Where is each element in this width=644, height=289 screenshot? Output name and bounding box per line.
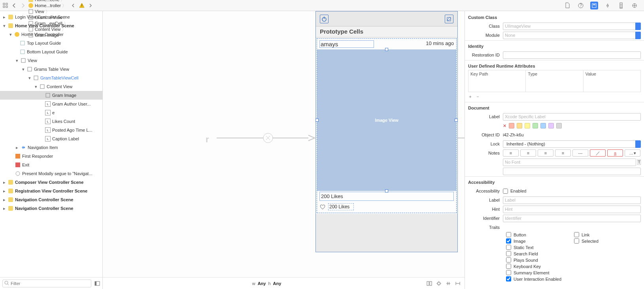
acc-label-input[interactable] xyxy=(503,196,641,204)
search-icon xyxy=(4,281,9,285)
swatch[interactable] xyxy=(517,123,522,128)
trait-static-text[interactable]: Static Text xyxy=(506,245,573,250)
first-responder[interactable]: First Responder xyxy=(0,152,102,161)
crumb-prev-icon[interactable] xyxy=(69,2,77,9)
posted-ago-label[interactable]: LPosted Ago Time L... xyxy=(0,126,102,134)
doc-icon[interactable] xyxy=(563,2,571,9)
warning-icon[interactable] xyxy=(78,2,86,9)
swatch[interactable] xyxy=(509,123,514,128)
svg-point-24 xyxy=(15,32,19,37)
storyboard-canvas[interactable]: r Prototype Cells amays 10 mins ago Imag… xyxy=(103,11,465,289)
swatch[interactable] xyxy=(540,123,546,128)
notes-input[interactable] xyxy=(503,168,641,175)
home-view-controller[interactable]: ▾Home View Controller xyxy=(0,30,102,39)
align-icon[interactable] xyxy=(427,281,432,286)
trait-selected[interactable]: Selected xyxy=(574,238,641,244)
trait-search-field[interactable]: Search Field xyxy=(506,251,573,256)
svg-rect-14 xyxy=(81,6,82,7)
segue-arrow-left xyxy=(217,132,316,144)
help-icon[interactable]: ? xyxy=(577,2,585,9)
doc-label-input[interactable] xyxy=(503,113,641,121)
object-id-value: i42-Zh-k6u xyxy=(503,132,524,137)
resolve-icon[interactable] xyxy=(446,281,451,286)
trait-keyboard-key[interactable]: Keyboard Key xyxy=(506,264,573,269)
power-icon[interactable] xyxy=(320,15,329,23)
present-modally-segue[interactable]: Present Modally segue to "Navigat... xyxy=(0,169,102,178)
pin-icon[interactable] xyxy=(436,281,442,286)
view[interactable]: ▾View xyxy=(0,56,102,65)
traits-grid: Button Link Image Selected Static Text S… xyxy=(468,232,641,281)
connections-inspector-icon[interactable] xyxy=(631,2,638,9)
attributes-inspector-icon[interactable] xyxy=(604,2,612,9)
svg-rect-1 xyxy=(3,6,5,8)
size-inspector-icon[interactable] xyxy=(617,2,625,9)
compose-icon[interactable] xyxy=(445,15,453,23)
swatch[interactable] xyxy=(556,123,562,128)
restoration-id-input[interactable] xyxy=(503,51,641,59)
navigation-item[interactable]: ▸Navigation Item xyxy=(0,143,102,152)
crumb-5[interactable]: Home...troller〉 xyxy=(28,3,68,9)
likes-label-1[interactable]: 200 Likes xyxy=(319,192,454,201)
swatch[interactable] xyxy=(533,123,538,128)
top-layout-guide[interactable]: Top Layout Guide xyxy=(0,39,102,47)
color-swatches[interactable]: ✕ xyxy=(503,123,562,128)
trait-summary-element[interactable]: Summary Element xyxy=(506,270,573,275)
identity-inspector-icon[interactable] xyxy=(590,2,598,9)
remove-attribute-button[interactable]: － xyxy=(476,94,480,100)
font-input[interactable] xyxy=(503,159,636,166)
svg-rect-28 xyxy=(28,67,32,71)
swatch[interactable] xyxy=(548,123,554,128)
resize-icon[interactable] xyxy=(455,281,461,286)
gram-table-view-cell[interactable]: ▾GramTableViewCell xyxy=(0,74,102,82)
e-label[interactable]: Le xyxy=(0,108,102,117)
clear-color-icon[interactable]: ✕ xyxy=(503,123,506,128)
trait-user-interaction[interactable]: User Interaction Enabled xyxy=(506,276,573,281)
author-label[interactable]: amays xyxy=(319,40,374,48)
trait-plays-sound[interactable]: Plays Sound xyxy=(506,257,573,263)
outline-filter-input[interactable] xyxy=(2,280,91,287)
gram-image-view[interactable]: Image View xyxy=(317,49,456,191)
svg-rect-50 xyxy=(427,281,429,285)
custom-class-header: Custom Class xyxy=(468,13,641,21)
accessibility-enabled-checkbox[interactable]: Enabled xyxy=(503,189,526,194)
likes-count-label[interactable]: LLikes Count xyxy=(0,117,102,126)
class-input[interactable] xyxy=(503,23,641,30)
scene-nav1[interactable]: ▸Navigation Controller Scene xyxy=(0,195,102,204)
trait-link[interactable]: Link xyxy=(574,232,641,237)
device-preview[interactable]: Prototype Cells amays 10 mins ago Image … xyxy=(315,11,458,252)
related-items-icon[interactable] xyxy=(2,2,9,9)
scene-composer[interactable]: ▸Composer View Controller Scene xyxy=(0,178,102,187)
back-icon[interactable] xyxy=(10,2,18,9)
acc-hint-input[interactable] xyxy=(503,206,641,213)
module-input[interactable] xyxy=(503,32,641,39)
acc-identifier-input[interactable] xyxy=(503,215,641,222)
font-picker-icon[interactable]: T xyxy=(637,159,641,165)
trait-button[interactable]: Button xyxy=(506,232,573,237)
size-class-bar: wAny hAny xyxy=(103,277,465,289)
prototype-cell[interactable]: amays 10 mins ago Image View 200 Likes 2… xyxy=(317,38,457,213)
likes-label-2[interactable]: 200 Likes xyxy=(328,203,354,210)
notes-align-controls[interactable]: ≡≡≡≡ ---／a…▾ xyxy=(503,149,640,157)
content-view[interactable]: ▾Content View xyxy=(0,82,102,91)
gram-author-label[interactable]: LGram Author User... xyxy=(0,100,102,108)
outline-toggle-icon[interactable] xyxy=(94,281,100,286)
gram-image[interactable]: Gram Image xyxy=(0,91,102,100)
swatch[interactable] xyxy=(525,123,530,128)
scene-login[interactable]: ▸Login View Controller Scene xyxy=(0,13,102,21)
scene-home[interactable]: ▾Home View Controller Scene xyxy=(0,21,102,30)
svg-rect-38 xyxy=(8,206,13,211)
size-class-control[interactable]: wAny hAny xyxy=(252,281,281,286)
scene-registration[interactable]: ▸Registration View Controller Scene xyxy=(0,187,102,195)
scene-nav2[interactable]: ▸Navigation Controller Scene xyxy=(0,204,102,213)
svg-rect-51 xyxy=(430,281,432,285)
add-attribute-button[interactable]: ＋ xyxy=(468,94,472,100)
grams-table-view[interactable]: ▾Grams Table View xyxy=(0,65,102,74)
exit[interactable]: Exit xyxy=(0,161,102,169)
runtime-attributes-table[interactable]: Key Path Type Value xyxy=(468,70,641,92)
trait-image[interactable]: Image xyxy=(506,238,573,244)
crumb-next-icon[interactable] xyxy=(87,2,94,9)
bottom-layout-guide[interactable]: Bottom Layout Guide xyxy=(0,47,102,56)
forward-icon[interactable] xyxy=(19,2,27,9)
caption-label[interactable]: LCaption Label xyxy=(0,134,102,143)
lock-select[interactable]: Inherited - (Nothing) xyxy=(503,140,641,148)
